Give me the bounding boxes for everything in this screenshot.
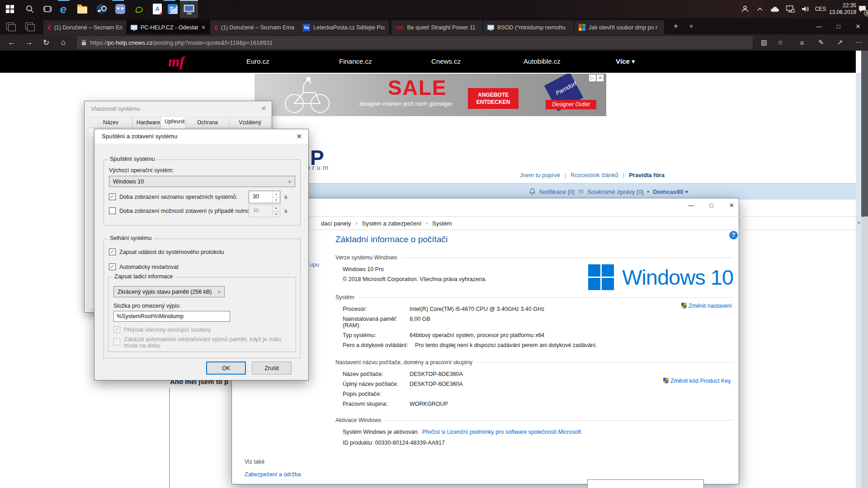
tab-letecka-posta[interactable]: ká LeteckaPosta.cz Sdílejte Pos [299, 20, 389, 34]
tab-list-button[interactable]: ˅ [684, 18, 699, 34]
volume-tray-button[interactable] [798, 0, 813, 18]
cp-minimize-button[interactable]: — [681, 198, 701, 212]
nav-euro[interactable]: Euro.cz [246, 57, 269, 65]
os-list-time-checkbox[interactable]: ✓ [109, 193, 116, 200]
mf-logo[interactable]: mf [168, 53, 184, 70]
forward-button[interactable]: → [21, 34, 37, 51]
start-button[interactable] [1, 0, 19, 18]
browser-close-button[interactable]: ✕ [848, 18, 868, 34]
link-article-index[interactable]: Rozcestník článků [571, 172, 618, 178]
browser-maximize-button[interactable]: □ [829, 18, 848, 34]
tab-dmp-help[interactable]: Jak otevřít soubor dmp po r [575, 20, 665, 34]
web-note-button[interactable]: ✎ [813, 34, 829, 51]
sidebar-link-fragment[interactable]: upu [310, 262, 319, 268]
breadcrumb-system[interactable]: Systém [432, 220, 452, 227]
ad-banner[interactable]: SALE designer-marken jetzt noch günstige… [255, 74, 606, 116]
nav-finance[interactable]: Finance.cz [339, 57, 372, 65]
notifications-link[interactable]: Notifikace [0] [539, 188, 575, 195]
nav-more[interactable]: Více ▾ [616, 57, 635, 66]
more-options-button[interactable]: ⋯ [851, 34, 867, 51]
username-menu[interactable]: Domcas90 ▾ [653, 188, 688, 195]
taskbar-steam-button[interactable] [92, 0, 110, 18]
dump-type-combobox[interactable]: Zkrácený výpis stavu paměti (256 kB) ˅ [113, 286, 225, 297]
network-tray-button[interactable] [783, 0, 797, 18]
back-button[interactable]: ← [4, 34, 20, 51]
ok-button[interactable]: OK [206, 361, 246, 375]
scrollbar-thumb[interactable] [861, 51, 868, 217]
share-button[interactable]: ↗ [832, 34, 848, 51]
tab-pc-help-active[interactable]: PC-HELP.CZ - Odeslat o ✕ [127, 20, 210, 34]
maximize-icon: □ [837, 23, 840, 30]
nav-cnews[interactable]: Cnews.cz [431, 57, 461, 65]
ad-close-icon[interactable]: ✕ [597, 75, 604, 81]
page-right-strip [856, 73, 861, 488]
set-aside-tabs-icon[interactable] [6, 23, 14, 29]
close-icon[interactable]: ✕ [261, 105, 266, 112]
reading-view-button[interactable]: ▥ [756, 34, 772, 51]
favorites-button[interactable]: ☆ [772, 34, 788, 51]
hub-button[interactable]: ≡ [794, 34, 810, 51]
language-indicator[interactable]: CES [813, 0, 828, 18]
breadcrumb-system-security[interactable]: Systém a zabezpečení [362, 220, 422, 227]
taskbar-nvidia-button[interactable] [130, 0, 148, 18]
taskbar-system-properties-button[interactable] [180, 0, 198, 18]
breadcrumb-bar[interactable]: dací panely › Systém a zabezpečení › Sys… [241, 216, 863, 230]
taskbar: e A CES 22:35 13.06.2019 [0, 0, 868, 18]
cancel-button[interactable]: Zrušit [252, 361, 292, 375]
address-bar[interactable]: https://pc-help.cnews.cz/posting.php?mod… [77, 36, 753, 49]
browser-scrollbar[interactable] [861, 51, 868, 488]
adchoices-icon[interactable]: ▷ [589, 75, 596, 81]
tab-czc[interactable]: CZC Be quiet! Straight Power 11 [392, 20, 483, 34]
breadcrumb-control-panel[interactable]: dací panely [321, 220, 351, 227]
refresh-button[interactable]: ↻ [38, 34, 54, 51]
private-messages-link[interactable]: Soukromé zprávy [0] [587, 188, 643, 195]
tab-seznam-email-1[interactable]: € (1) Doručené – Seznam Ema [43, 20, 127, 34]
cp-close-button[interactable]: ✕ [722, 198, 742, 212]
tab-advanced[interactable]: Upřesnit [160, 116, 186, 128]
tab-title: LeteckaPosta.cz Sdílejte Pos [313, 24, 385, 31]
browser-minimize-button[interactable]: — [809, 18, 829, 34]
cp-maximize-button[interactable]: □ [701, 198, 722, 212]
tray-overflow-button[interactable] [753, 0, 767, 18]
quote-border-line [169, 388, 170, 488]
people-tray-button[interactable] [737, 0, 752, 18]
close-icon[interactable]: ✕ [296, 132, 302, 141]
ad-cta-button[interactable]: ANGEBOTEENTDECKEN [468, 88, 519, 109]
taskbar-edge-button[interactable]: e [54, 0, 72, 18]
link-first-time[interactable]: Jsem tu poprvé [520, 172, 560, 178]
tab-computer-name[interactable]: Název počítače [89, 117, 132, 128]
tab-preview-icon[interactable] [25, 23, 33, 29]
os-list-time-spinner[interactable]: 30 ▲▼ [249, 191, 280, 203]
default-os-combobox[interactable]: Windows 10 ˅ [109, 176, 295, 187]
taskbar-discord-button[interactable] [111, 0, 129, 18]
breadcrumb-dropdown-icon[interactable]: ˅ [857, 220, 860, 226]
tab-system-protection[interactable]: Ochrana systému [186, 117, 229, 128]
change-settings-action[interactable]: Změnit nastavení [681, 301, 732, 310]
taskbar-search-button[interactable] [21, 0, 39, 18]
onedrive-tray-button[interactable] [768, 0, 782, 18]
nav-autobible[interactable]: Autobible.cz [524, 57, 561, 65]
tab-hardware[interactable]: Hardware [132, 117, 160, 128]
taskbar-document-app-button[interactable] [164, 0, 182, 18]
taskbar-file-explorer-button[interactable] [73, 0, 91, 18]
tab-title: PC-HELP.CZ - Odeslat o [141, 24, 198, 31]
tab-title: (1) Doručené – Seznam Ema [221, 24, 294, 31]
home-button[interactable]: ⌂ [55, 34, 71, 51]
auto-restart-checkbox[interactable]: ✓ [109, 263, 116, 270]
link-forum-rules[interactable]: Pravidla fóra [629, 172, 665, 178]
ad-tagline: designer-marken jetzt noch günstiger [359, 101, 453, 107]
tab-remote[interactable]: Vzdálený přístup [229, 117, 271, 128]
security-maintenance-link[interactable]: Zabezpečení a údržba [245, 471, 301, 478]
recovery-time-checkbox[interactable] [109, 207, 116, 214]
tab-close-icon[interactable]: ✕ [201, 24, 206, 31]
change-product-key-action[interactable]: Změnit kód Product Key [663, 376, 731, 385]
clock[interactable]: 22:35 13.06.2019 [828, 0, 856, 18]
tab-bsod[interactable]: BSOD (*minidump nemohu [483, 20, 574, 34]
tab-seznam-email-2[interactable]: € (1) Doručené – Seznam Ema [210, 20, 299, 34]
write-event-checkbox[interactable]: ✓ [109, 249, 116, 255]
license-terms-link[interactable]: Přečíst si Licenční podmínky pro softwar… [422, 429, 581, 435]
action-center-button[interactable]: 5 [856, 0, 868, 18]
new-tab-button[interactable]: + [668, 18, 684, 34]
dump-folder-input[interactable]: %SystemRoot%\Minidump [113, 311, 230, 322]
cp-refresh-button[interactable]: ↻ [864, 216, 868, 230]
